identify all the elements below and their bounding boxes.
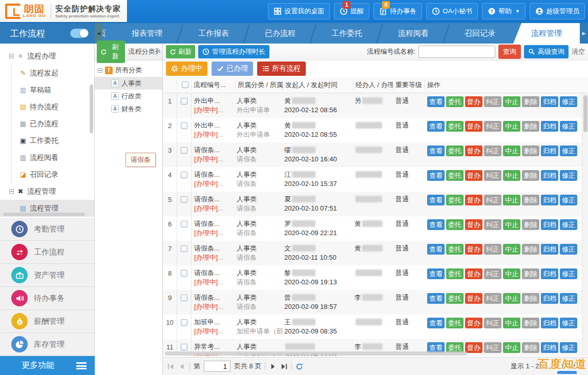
topbar-button-帮助[interactable]: ?帮助▼: [482, 3, 526, 19]
sidebar-item-召回记录[interactable]: ◪召回记录: [12, 166, 94, 183]
category-item-财务类[interactable]: A财务类: [95, 102, 162, 115]
action-button-督办[interactable]: 督办: [465, 195, 482, 205]
action-button-归档[interactable]: 归档: [541, 244, 558, 255]
tree-group-流程管理[interactable]: ✖流程管理: [0, 183, 94, 200]
action-button-纠正[interactable]: 纠正: [484, 342, 501, 353]
tabs-scroll-right-icon[interactable]: ▶: [580, 23, 588, 44]
category-item-行政类[interactable]: A行政类: [95, 90, 162, 102]
action-button-归档[interactable]: 归档: [541, 195, 558, 205]
action-button-修正[interactable]: 修正: [560, 244, 577, 255]
action-button-纠正[interactable]: 纠正: [484, 121, 501, 132]
topbar-button-待办事务[interactable]: 待办事务0: [373, 3, 422, 19]
action-button-督办[interactable]: 督办: [465, 268, 482, 279]
action-button-督办[interactable]: 督办: [465, 145, 482, 156]
action-button-督办[interactable]: 督办: [465, 293, 482, 304]
tab-流程阅看[interactable]: 流程阅看: [380, 23, 447, 44]
action-button-归档[interactable]: 归档: [541, 268, 558, 279]
action-button-中止[interactable]: 中止: [503, 318, 520, 328]
sidebar-item-待办流程[interactable]: ▤待办流程: [12, 98, 94, 115]
action-button-纠正[interactable]: 纠正: [484, 318, 501, 328]
action-button-修正[interactable]: 修正: [560, 121, 577, 132]
collapse-icon[interactable]: [98, 68, 102, 73]
action-button-督办[interactable]: 督办: [465, 342, 482, 353]
row-checkbox[interactable]: [181, 221, 187, 227]
list-refresh-button[interactable]: 刷新: [166, 45, 195, 58]
action-button-查看[interactable]: 查看: [427, 195, 445, 205]
action-button-中止[interactable]: 中止: [503, 219, 520, 230]
action-button-删除[interactable]: 删除: [522, 170, 539, 181]
action-button-纠正[interactable]: 纠正: [484, 268, 501, 279]
row-checkbox[interactable]: [181, 147, 187, 154]
sidebar-horizontal-scrollbar[interactable]: [3, 213, 85, 216]
first-page-icon[interactable]: [167, 363, 175, 370]
filter-button-所有流程[interactable]: 所有流程: [257, 61, 306, 76]
action-button-中止[interactable]: 中止: [503, 121, 520, 132]
action-button-删除[interactable]: 删除: [522, 96, 539, 107]
action-button-中止[interactable]: 中止: [503, 293, 520, 304]
module-待办事务[interactable]: 待办事务: [0, 287, 94, 310]
action-button-纠正[interactable]: 纠正: [484, 293, 501, 304]
advanced-query-button[interactable]: 高级查询: [524, 45, 569, 58]
action-button-查看[interactable]: 查看: [427, 121, 445, 132]
row-checkbox[interactable]: [181, 319, 187, 326]
topbar-button-超级管理员[interactable]: 超级管理员: [530, 3, 585, 19]
action-button-查看[interactable]: 查看: [427, 170, 445, 181]
action-button-委托[interactable]: 委托: [446, 268, 464, 279]
action-button-归档[interactable]: 归档: [541, 293, 558, 304]
action-button-委托[interactable]: 委托: [446, 293, 464, 304]
tab-召回记录[interactable]: 召回记录: [447, 23, 513, 44]
action-button-归档[interactable]: 归档: [541, 96, 558, 107]
action-button-归档[interactable]: 归档: [541, 170, 558, 181]
action-button-委托[interactable]: 委托: [446, 219, 464, 230]
action-button-中止[interactable]: 中止: [503, 170, 520, 181]
action-button-删除[interactable]: 删除: [522, 145, 539, 156]
action-button-委托[interactable]: 委托: [446, 244, 464, 255]
manage-duration-button[interactable]: 管理流程办理时长: [198, 45, 269, 58]
module-工作流程[interactable]: 工作流程: [0, 241, 94, 264]
more-functions-button[interactable]: 更多功能: [0, 356, 95, 375]
tab-工作委托[interactable]: 工作委托: [313, 23, 380, 44]
row-checkbox[interactable]: [181, 344, 187, 350]
tab-工作报表[interactable]: 工作报表: [180, 23, 247, 44]
sidebar-item-草稿箱[interactable]: ▥草稿箱: [12, 81, 94, 98]
action-button-修正[interactable]: 修正: [560, 195, 577, 205]
module-考勤管理[interactable]: 考勤管理: [0, 218, 94, 241]
table-vertical-scrollbar[interactable]: [582, 93, 588, 356]
action-button-修正[interactable]: 修正: [560, 170, 577, 181]
next-page-icon[interactable]: [269, 363, 277, 370]
category-root-item[interactable]: T 所有分类: [95, 64, 162, 77]
action-button-督办[interactable]: 督办: [465, 244, 482, 255]
action-button-督办[interactable]: 督办: [465, 96, 482, 107]
action-button-纠正[interactable]: 纠正: [484, 145, 501, 156]
action-button-中止[interactable]: 中止: [503, 195, 520, 205]
clear-link[interactable]: 清空: [572, 47, 585, 56]
action-button-修正[interactable]: 修正: [560, 342, 577, 353]
action-button-归档[interactable]: 归档: [541, 342, 558, 353]
tab-已办流程[interactable]: 已办流程: [247, 23, 313, 44]
action-button-查看[interactable]: 查看: [427, 96, 445, 107]
action-button-删除[interactable]: 删除: [522, 318, 539, 328]
action-button-督办[interactable]: 督办: [465, 219, 482, 230]
action-button-中止[interactable]: 中止: [503, 342, 520, 353]
sidebar-item-已办流程[interactable]: ▦已办流程: [12, 115, 94, 132]
action-button-删除[interactable]: 删除: [522, 121, 539, 132]
action-button-修正[interactable]: 修正: [560, 219, 577, 230]
topbar-button-提醒[interactable]: 提醒1: [334, 3, 369, 19]
action-button-委托[interactable]: 委托: [446, 96, 464, 107]
action-button-委托[interactable]: 委托: [446, 121, 464, 132]
action-button-中止[interactable]: 中止: [503, 145, 520, 156]
sidebar-vertical-scrollbar[interactable]: [90, 85, 93, 133]
action-button-删除[interactable]: 删除: [522, 293, 539, 304]
action-button-督办[interactable]: 督办: [465, 170, 482, 181]
action-button-删除[interactable]: 删除: [522, 219, 539, 230]
collapse-icon[interactable]: [9, 54, 14, 58]
action-button-查看[interactable]: 查看: [427, 293, 445, 304]
action-button-中止[interactable]: 中止: [503, 244, 520, 255]
topbar-button-OA小秘书[interactable]: OA小秘书: [426, 3, 478, 19]
action-button-删除[interactable]: 删除: [522, 342, 539, 353]
filter-button-办理中[interactable]: 办理中: [166, 61, 207, 76]
row-checkbox[interactable]: [181, 98, 187, 105]
action-button-删除[interactable]: 删除: [522, 244, 539, 255]
action-button-修正[interactable]: 修正: [560, 96, 577, 107]
action-button-中止[interactable]: 中止: [503, 268, 520, 279]
